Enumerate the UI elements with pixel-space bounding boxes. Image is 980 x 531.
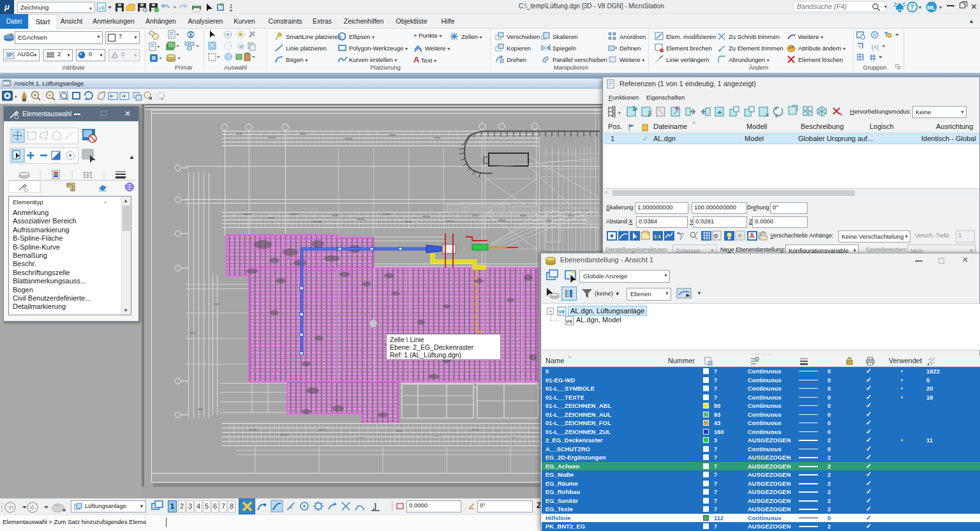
svg-text:▾: ▾ [919,4,921,10]
svg-text:▾: ▾ [939,4,942,10]
svg-text:ML: ML [927,4,935,11]
svg-text:1:1: 1:1 [654,234,662,239]
svg-text:V8: V8 [566,318,572,324]
svg-text:?: ? [910,4,914,11]
svg-text:V8: V8 [98,5,105,11]
svg-text:A: A [750,232,754,239]
svg-text:▾: ▾ [15,94,17,99]
svg-text:☀: ☀ [737,232,743,239]
svg-text:V8: V8 [558,309,565,315]
svg-text:2: 2 [775,114,778,118]
svg-text:⚙: ⚙ [713,233,718,239]
svg-text:▾: ▾ [618,110,621,115]
svg-text:[A]: [A] [872,44,879,50]
svg-text:▾: ▾ [884,4,887,10]
